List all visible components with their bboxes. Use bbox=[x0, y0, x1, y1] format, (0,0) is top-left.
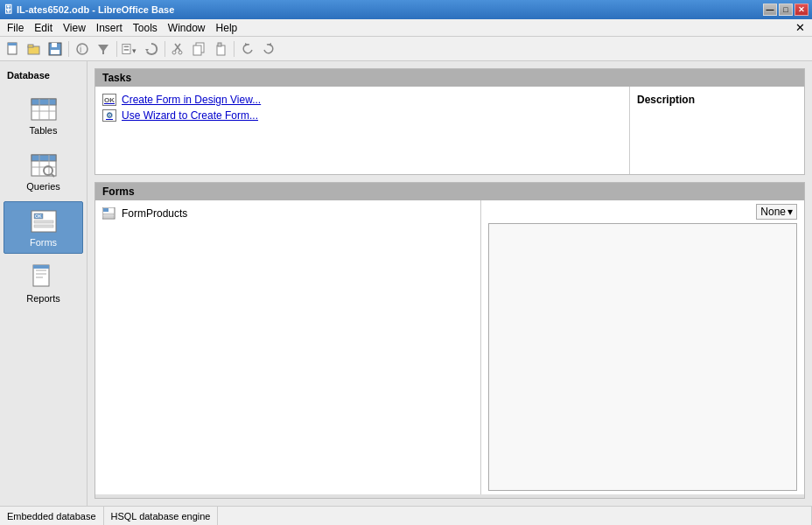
menu-file[interactable]: File bbox=[2, 20, 29, 36]
task-wizard-form-label: Use Wizard to Create Form... bbox=[122, 109, 258, 122]
reports-icon bbox=[30, 263, 58, 291]
svg-marker-23 bbox=[245, 43, 248, 46]
preview-dropdown-arrow: ▾ bbox=[788, 206, 793, 218]
svg-rect-26 bbox=[32, 99, 56, 105]
status-segment-3 bbox=[218, 507, 812, 525]
task-create-form-label: Create Form in Design View... bbox=[122, 94, 261, 106]
forms-icon: OK bbox=[30, 207, 58, 235]
status-segment-2: HSQL database engine bbox=[104, 507, 219, 525]
queries-icon bbox=[30, 151, 58, 179]
svg-marker-24 bbox=[268, 43, 271, 46]
preview-dropdown[interactable]: None ▾ bbox=[756, 204, 797, 220]
toolbar-undo-button[interactable] bbox=[238, 39, 257, 59]
app-icon: 🗄 bbox=[4, 4, 13, 15]
sidebar-item-reports[interactable]: Reports bbox=[4, 257, 83, 310]
svg-rect-50 bbox=[103, 216, 114, 218]
forms-panel-header: Forms bbox=[95, 183, 804, 200]
tasks-panel-header: Tasks bbox=[95, 69, 804, 87]
sidebar-header: Database bbox=[4, 68, 83, 86]
content-area: Tasks OK Create Form in Design View... ⚙… bbox=[88, 61, 812, 506]
forms-list: FormProducts bbox=[95, 200, 480, 494]
tasks-description: Description bbox=[629, 87, 804, 174]
toolbar-paste-button[interactable] bbox=[211, 39, 230, 59]
menu-tools[interactable]: Tools bbox=[128, 20, 163, 36]
svg-point-18 bbox=[178, 51, 182, 54]
description-header: Description bbox=[637, 94, 797, 106]
svg-rect-39 bbox=[34, 220, 53, 223]
svg-point-17 bbox=[172, 51, 176, 54]
menu-bar: File Edit View Insert Tools Window Help … bbox=[0, 19, 812, 37]
svg-rect-12 bbox=[124, 49, 129, 51]
toolbar-separator-1 bbox=[68, 41, 69, 57]
svg-rect-5 bbox=[52, 43, 57, 47]
svg-rect-6 bbox=[51, 50, 60, 54]
toolbar-copy-button[interactable] bbox=[190, 39, 209, 59]
menu-help[interactable]: Help bbox=[211, 20, 243, 36]
svg-text:i: i bbox=[80, 45, 81, 54]
form-wizard-icon: ⚙ bbox=[102, 109, 116, 122]
tables-label: Tables bbox=[30, 125, 58, 136]
svg-marker-14 bbox=[145, 49, 149, 52]
svg-rect-22 bbox=[218, 43, 221, 46]
task-wizard-form[interactable]: ⚙ Use Wizard to Create Form... bbox=[102, 109, 622, 122]
title-bar-left: 🗄 IL-ates6502.odb - LibreOffice Base bbox=[4, 4, 174, 15]
toolbar-form-button[interactable]: ▾ bbox=[121, 39, 140, 59]
tasks-panel: Tasks OK Create Form in Design View... ⚙… bbox=[94, 68, 805, 175]
menu-insert[interactable]: Insert bbox=[91, 20, 128, 36]
toolbar-redo-button[interactable] bbox=[259, 39, 278, 59]
preview-box bbox=[488, 223, 797, 491]
tables-icon bbox=[30, 95, 58, 123]
menu-edit[interactable]: Edit bbox=[29, 20, 58, 36]
svg-rect-3 bbox=[28, 45, 33, 47]
toolbar-filter-button[interactable] bbox=[94, 39, 113, 59]
sidebar-item-tables[interactable]: Tables bbox=[4, 89, 83, 142]
reports-label: Reports bbox=[26, 293, 60, 304]
toolbar-separator-4 bbox=[234, 41, 234, 57]
svg-marker-9 bbox=[98, 45, 108, 54]
forms-label: Forms bbox=[30, 237, 57, 248]
toolbar-new-button[interactable] bbox=[4, 39, 23, 59]
status-bar: Embedded database HSQL database engine bbox=[0, 506, 812, 525]
status-segment-1: Embedded database bbox=[0, 507, 104, 525]
svg-rect-1 bbox=[8, 43, 17, 46]
forms-panel: Forms FormProducts bbox=[94, 182, 805, 499]
toolbar-open-button[interactable] bbox=[24, 39, 44, 59]
toolbar-refresh-button[interactable] bbox=[142, 39, 161, 59]
forms-preview-top: None ▾ bbox=[488, 204, 797, 220]
toolbar-cut-button[interactable] bbox=[169, 39, 188, 59]
toolbar: i ▾ bbox=[0, 37, 812, 61]
minimize-button[interactable]: — bbox=[763, 4, 777, 16]
toolbar-separator-3 bbox=[164, 41, 165, 57]
svg-point-7 bbox=[77, 44, 88, 54]
toolbar-separator-2 bbox=[116, 41, 117, 57]
form-design-icon: OK bbox=[102, 94, 116, 106]
toolbar-edit-button[interactable]: i bbox=[73, 39, 92, 59]
title-bar-controls[interactable]: — □ ✕ bbox=[763, 4, 808, 16]
svg-rect-21 bbox=[217, 46, 225, 55]
form-item-icon bbox=[102, 207, 116, 220]
tasks-panel-body: OK Create Form in Design View... ⚙ Use W… bbox=[95, 87, 804, 174]
close-button[interactable]: ✕ bbox=[794, 4, 808, 16]
menu-view[interactable]: View bbox=[58, 20, 91, 36]
menu-window[interactable]: Window bbox=[163, 20, 211, 36]
svg-rect-48 bbox=[103, 208, 108, 212]
form-item-label: FormProducts bbox=[122, 207, 187, 220]
toolbar-save-button[interactable] bbox=[46, 39, 65, 59]
tasks-list: OK Create Form in Design View... ⚙ Use W… bbox=[95, 87, 629, 174]
forms-panel-body: FormProducts None ▾ bbox=[95, 200, 804, 494]
forms-preview-area: None ▾ bbox=[480, 200, 804, 494]
preview-dropdown-value: None bbox=[760, 206, 786, 218]
svg-text:▾: ▾ bbox=[132, 46, 136, 54]
sidebar-item-queries[interactable]: Queries bbox=[4, 145, 83, 198]
svg-text:OK: OK bbox=[35, 214, 42, 219]
task-create-form[interactable]: OK Create Form in Design View... bbox=[102, 94, 622, 106]
svg-rect-31 bbox=[32, 155, 56, 161]
form-item-formproducts[interactable]: FormProducts bbox=[102, 207, 473, 220]
title-bar-text: IL-ates6502.odb - LibreOffice Base bbox=[17, 4, 174, 15]
title-bar: 🗄 IL-ates6502.odb - LibreOffice Base — □… bbox=[0, 0, 812, 19]
maximize-button[interactable]: □ bbox=[779, 4, 793, 16]
sidebar-item-forms[interactable]: OK Forms bbox=[4, 201, 83, 254]
document-close-button[interactable]: ✕ bbox=[790, 21, 810, 34]
sidebar: Database Tables Queries bbox=[0, 61, 88, 506]
main-area: Database Tables Queries bbox=[0, 61, 812, 506]
